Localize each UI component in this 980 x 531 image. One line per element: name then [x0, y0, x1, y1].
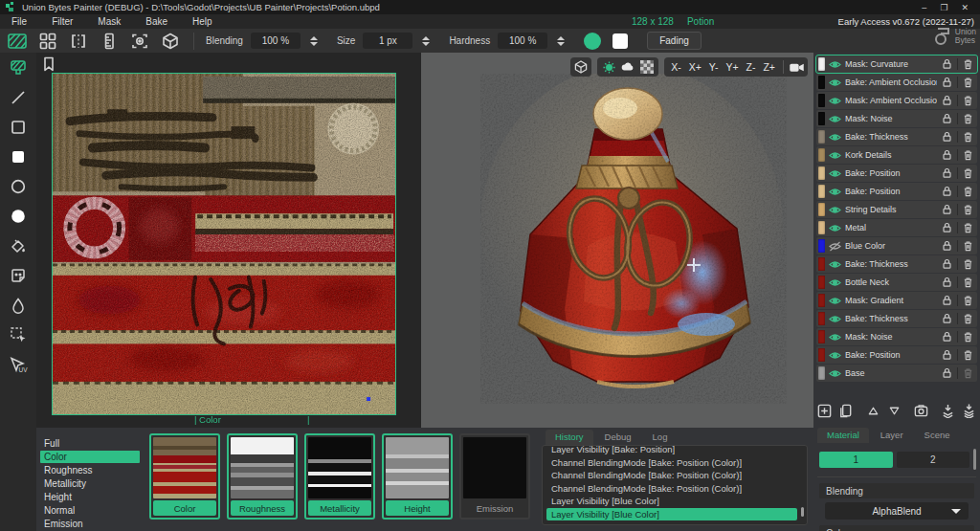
- rectangle-filled-tool-button[interactable]: [6, 145, 31, 168]
- close-button[interactable]: ✕: [961, 3, 969, 12]
- trash-icon[interactable]: [962, 95, 974, 107]
- channel-card[interactable]: Color: [149, 433, 220, 520]
- blending-stepper[interactable]: [308, 36, 320, 46]
- channel-item[interactable]: Color: [40, 451, 140, 463]
- cloud-icon[interactable]: [619, 58, 636, 76]
- layer-row[interactable]: Kork Details: [816, 146, 977, 164]
- trash-icon[interactable]: [962, 349, 974, 362]
- trash-icon[interactable]: [962, 222, 974, 234]
- lock-icon[interactable]: [941, 367, 953, 380]
- axis-button[interactable]: X+: [685, 59, 705, 75]
- visibility-eye-icon[interactable]: [829, 204, 841, 216]
- channel-card[interactable]: Height: [382, 433, 453, 520]
- layer-row[interactable]: Bake: Position: [816, 165, 977, 182]
- visibility-eye-off-icon[interactable]: [829, 240, 841, 253]
- lock-icon[interactable]: [941, 95, 953, 107]
- menu-item[interactable]: Help: [192, 16, 212, 27]
- secondary-color-swatch[interactable]: [612, 33, 628, 49]
- lock-icon[interactable]: [941, 258, 953, 271]
- duplicate-layer-icon[interactable]: [837, 402, 854, 419]
- move-layer-down-icon[interactable]: [886, 402, 902, 419]
- layer-row[interactable]: Mask: Gradient: [816, 292, 977, 309]
- axis-button[interactable]: Z-: [743, 59, 760, 75]
- lock-icon[interactable]: [941, 222, 953, 234]
- potion-model[interactable]: [480, 74, 787, 404]
- layer-row[interactable]: Metal: [816, 219, 977, 236]
- viewport-cube-button[interactable]: [570, 57, 591, 77]
- visibility-eye-icon[interactable]: [829, 131, 841, 144]
- trash-icon[interactable]: [962, 113, 974, 125]
- layer-row[interactable]: Bake: Thickness: [816, 255, 977, 273]
- visibility-eye-icon[interactable]: [829, 331, 841, 343]
- paint-mode-icon[interactable]: [6, 31, 29, 52]
- lock-icon[interactable]: [941, 349, 953, 362]
- size-stepper[interactable]: [420, 36, 432, 46]
- menu-item[interactable]: Bake: [145, 16, 167, 27]
- layer-row[interactable]: Bake: Thickness: [816, 310, 977, 327]
- history-scrollbar[interactable]: [801, 507, 804, 517]
- material-slot-1[interactable]: 1: [819, 452, 893, 468]
- blending-value[interactable]: 100 %: [251, 33, 301, 49]
- menu-item[interactable]: Mask: [98, 16, 121, 27]
- lock-icon[interactable]: [941, 77, 953, 89]
- minimize-button[interactable]: –: [922, 3, 926, 12]
- lock-icon[interactable]: [941, 331, 953, 343]
- layer-row[interactable]: Blue Color: [816, 237, 977, 254]
- sticker-tool-button[interactable]: [6, 264, 31, 287]
- ellipse-filled-tool-button[interactable]: [6, 205, 31, 228]
- menu-item[interactable]: File: [11, 16, 27, 27]
- size-value[interactable]: 1 px: [363, 33, 412, 49]
- trash-icon[interactable]: [962, 167, 974, 180]
- tab-scene[interactable]: Scene: [915, 428, 960, 443]
- trash-icon[interactable]: [962, 58, 974, 71]
- lock-icon[interactable]: [941, 313, 953, 325]
- trash-icon[interactable]: [962, 331, 974, 343]
- add-layer-icon[interactable]: [816, 402, 833, 419]
- axis-button[interactable]: Y+: [722, 59, 742, 75]
- sun-icon[interactable]: [600, 58, 617, 76]
- mirror-icon[interactable]: [67, 31, 90, 52]
- trash-icon[interactable]: [962, 277, 974, 289]
- visibility-eye-icon[interactable]: [829, 349, 841, 362]
- camera-icon[interactable]: [788, 58, 805, 76]
- lock-icon[interactable]: [941, 186, 953, 198]
- visibility-eye-icon[interactable]: [829, 167, 841, 180]
- cube-icon[interactable]: [159, 31, 182, 52]
- material-slot-2[interactable]: 2: [897, 452, 970, 468]
- bake-camera-icon[interactable]: [913, 402, 929, 419]
- tab-debug[interactable]: Debug: [595, 430, 641, 445]
- bookmark-icon[interactable]: [41, 55, 56, 73]
- channel-card[interactable]: Metallicity: [304, 433, 375, 520]
- trash-icon[interactable]: [962, 131, 974, 144]
- checker-icon[interactable]: [638, 58, 656, 76]
- ellipse-tool-button[interactable]: [6, 175, 31, 198]
- lock-icon[interactable]: [941, 204, 953, 216]
- tab-material[interactable]: Material: [817, 428, 869, 443]
- blur-drop-tool-button[interactable]: [6, 294, 31, 317]
- rectangle-tool-button[interactable]: [6, 116, 31, 139]
- trash-icon[interactable]: [962, 295, 974, 307]
- paint-tool-button[interactable]: [6, 56, 31, 79]
- trash-icon[interactable]: [962, 186, 974, 198]
- history-item[interactable]: Layer Visibility [Blue Color]: [546, 508, 797, 521]
- trash-icon[interactable]: [962, 258, 974, 271]
- visibility-eye-icon[interactable]: [829, 186, 841, 198]
- trash-icon[interactable]: [962, 204, 974, 216]
- history-item[interactable]: Layer Visibility [Blue Color]: [546, 495, 797, 508]
- layer-row[interactable]: Bake: Thickness: [816, 128, 977, 145]
- lock-icon[interactable]: [941, 113, 953, 125]
- fill-bucket-tool-button[interactable]: [6, 234, 31, 257]
- axis-button[interactable]: X-: [667, 59, 685, 75]
- focus-eye-icon[interactable]: [128, 31, 151, 52]
- menu-item[interactable]: Filter: [52, 16, 73, 27]
- hardness-stepper[interactable]: [555, 36, 567, 46]
- channel-item[interactable]: Height: [40, 491, 140, 503]
- visibility-eye-icon[interactable]: [829, 313, 841, 325]
- lock-icon[interactable]: [941, 131, 953, 144]
- tab-layer[interactable]: Layer: [871, 428, 913, 443]
- channel-item[interactable]: Emission: [40, 518, 140, 530]
- lock-icon[interactable]: [941, 277, 953, 289]
- visibility-eye-icon[interactable]: [829, 77, 841, 89]
- axis-button[interactable]: Y-: [705, 59, 723, 75]
- layer-row[interactable]: Bake: Position: [816, 183, 977, 200]
